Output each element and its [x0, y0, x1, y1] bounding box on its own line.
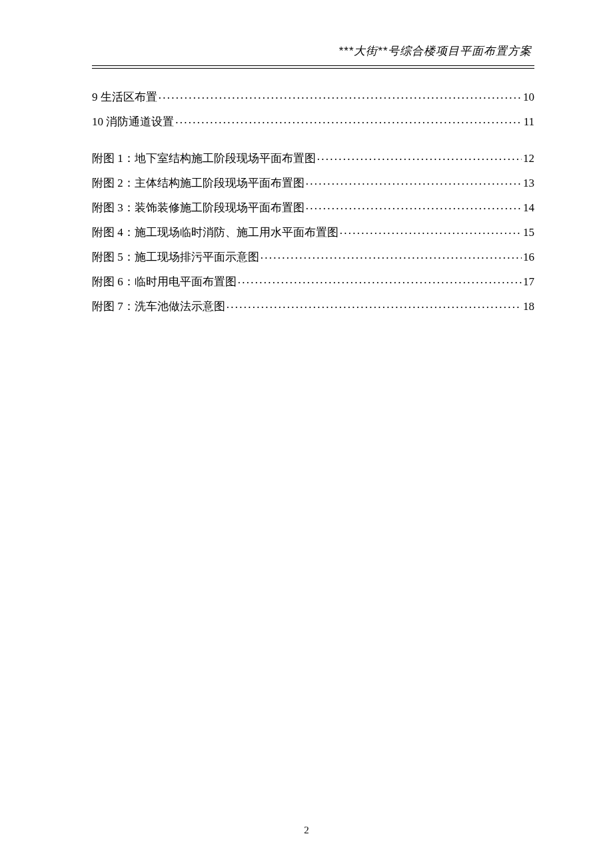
toc-entry: 附图 4：施工现场临时消防、施工用水平面布置图 15: [92, 225, 534, 238]
toc-leader: [159, 89, 522, 101]
toc-entry: 10 消防通道设置 11: [92, 114, 534, 127]
toc-page-number: 15: [523, 227, 534, 238]
toc-leader: [340, 225, 522, 236]
toc-label: 附图 4：施工现场临时消防、施工用水平面布置图: [92, 227, 338, 238]
toc-page-number: 12: [523, 153, 534, 164]
toc-entry: 附图 5：施工现场排污平面示意图 16: [92, 249, 534, 263]
toc-entry: 附图 2：主体结构施工阶段现场平面布置图 13: [92, 175, 534, 189]
toc-leader: [306, 175, 522, 187]
page-number-value: 2: [304, 825, 309, 835]
header-title: ***大街**号综合楼项目平面布置方案: [338, 45, 532, 57]
toc-page-number: 14: [523, 202, 534, 213]
toc-label: 附图 2：主体结构施工阶段现场平面布置图: [92, 177, 305, 189]
toc-leader: [238, 274, 522, 285]
toc-label: 附图 7：洗车池做法示意图: [92, 301, 225, 312]
header-rule: [92, 65, 534, 68]
toc-entry: 9 生活区布置 10: [92, 89, 534, 103]
toc-entry: 附图 3：装饰装修施工阶段现场平面布置图 14: [92, 200, 534, 213]
toc-label: 10 消防通道设置: [92, 116, 174, 127]
page-header: ***大街**号综合楼项目平面布置方案: [92, 43, 534, 65]
toc-page-number: 10: [523, 91, 534, 103]
toc-entry: 附图 7：洗车池做法示意图 18: [92, 299, 534, 312]
document-page: ***大街**号综合楼项目平面布置方案 9 生活区布置 10 10 消防通道设置…: [0, 0, 613, 312]
toc-label: 附图 6：临时用电平面布置图: [92, 276, 237, 287]
toc-entry: 附图 6：临时用电平面布置图 17: [92, 274, 534, 287]
toc-label: 附图 1：地下室结构施工阶段现场平面布置图: [92, 153, 316, 164]
toc-leader: [175, 114, 522, 125]
toc-page-number: 11: [524, 116, 534, 127]
toc-leader: [317, 151, 522, 162]
toc-label: 附图 5：施工现场排污平面示意图: [92, 251, 259, 263]
toc-page-number: 17: [523, 276, 534, 287]
toc-section-gap: [92, 139, 534, 151]
toc-entry: 附图 1：地下室结构施工阶段现场平面布置图 12: [92, 151, 534, 164]
page-number: 2: [0, 825, 613, 836]
toc-page-number: 13: [523, 177, 534, 189]
toc-label: 9 生活区布置: [92, 91, 157, 103]
toc-page-number: 16: [523, 251, 534, 263]
toc-label: 附图 3：装饰装修施工阶段现场平面布置图: [92, 202, 305, 213]
toc-leader: [306, 200, 522, 211]
toc-page-number: 18: [523, 301, 534, 312]
toc-leader: [261, 249, 522, 261]
toc-leader: [227, 299, 522, 310]
